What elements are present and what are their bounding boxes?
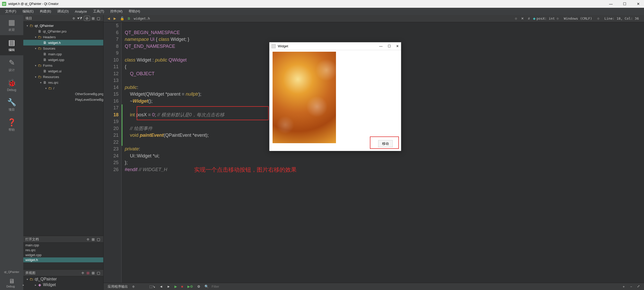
grid-icon: ▦	[0, 18, 23, 27]
project-panel-title: 项目	[25, 16, 71, 21]
pencil-icon: ✎	[0, 58, 23, 67]
mode-help[interactable]: ❓ 帮助	[0, 115, 23, 135]
output-label[interactable]: 应用程序输出	[106, 284, 130, 289]
close-panel-icon[interactable]: ▢	[96, 237, 101, 241]
menu-help[interactable]: 帮助(H)	[126, 9, 143, 14]
dropdown-icon[interactable]: ≑	[85, 237, 91, 241]
folder-icon: 🗀	[37, 63, 42, 67]
kit-selector[interactable]: qt_QPainter	[0, 268, 23, 276]
file-icon: 🗎	[37, 29, 42, 33]
code-lines[interactable]: QT_BEGIN_NAMESPACE namespace Ui { class …	[122, 22, 224, 283]
menu-file[interactable]: 文件(F)	[2, 9, 19, 14]
tree-res-qrc[interactable]: ▾🗎res.qrc	[23, 80, 103, 85]
menu-build[interactable]: 构建(B)	[37, 9, 54, 14]
popup-close[interactable]: ✕	[396, 44, 399, 48]
window-controls: — ☐ ✕	[607, 2, 642, 6]
tree-widget-ui[interactable]: 🗎widget.ui	[23, 68, 103, 74]
opendoc-res-qrc[interactable]: res.qrc	[23, 248, 103, 253]
split-icon[interactable]: ⊞	[91, 237, 96, 241]
help-icon: ❓	[0, 118, 23, 127]
dropdown-icon[interactable]: ≑	[71, 16, 76, 20]
tree-icon[interactable]: ⊞	[85, 271, 91, 275]
tree-main-cpp[interactable]: 🗎main.cpp	[23, 51, 103, 57]
expand-icon[interactable]: ⤢	[635, 284, 642, 289]
mode-welcome[interactable]: ▦ 欢迎	[0, 15, 23, 35]
tree-widget-h[interactable]: 🗎widget.h	[23, 40, 103, 45]
menu-debug[interactable]: 调试(D)	[54, 9, 72, 14]
menu-tools[interactable]: 工具(T)	[90, 9, 107, 14]
rerun-icon[interactable]: ▶⚙	[185, 285, 195, 288]
next-icon[interactable]: ►	[165, 285, 172, 288]
project-tree[interactable]: ▾🗀qt_QPainter 🗎qt_QPainter.pro ▾🗀Headers…	[23, 22, 103, 236]
opendoc-widget-cpp[interactable]: widget.cpp	[23, 253, 103, 257]
run-config[interactable]: 🖥 Debug ▸	[0, 276, 23, 290]
nav-fwd-icon[interactable]: ►	[112, 16, 118, 21]
mode-projects[interactable]: 🔧 项目	[0, 95, 23, 115]
classview-title: 类视图	[25, 271, 80, 275]
nav-back-icon[interactable]: ◄	[106, 16, 112, 21]
tree-png1[interactable]: OtherSceneBg.png	[23, 91, 103, 97]
maximize-button[interactable]: ☐	[621, 2, 628, 6]
prev-icon[interactable]: ◄	[157, 285, 165, 288]
remove-icon[interactable]: －	[627, 284, 635, 289]
current-symbol[interactable]: posX: int	[537, 17, 555, 20]
tree-sources[interactable]: ▾🗀Sources	[23, 45, 103, 51]
opendoc-widget-h[interactable]: widget.h	[23, 257, 103, 262]
cpp-file-icon: 🗎	[42, 52, 47, 56]
project-panel-header: 项目 ≑ ▾⧩ ⊘ ⊞ ▢	[23, 15, 103, 22]
settings-icon[interactable]: ⚙	[195, 285, 202, 288]
filter-icon[interactable]: ▾⧩	[76, 16, 83, 20]
popup-minimize[interactable]: —	[379, 44, 383, 48]
popup-titlebar[interactable]: Widget — ☐ ✕	[269, 42, 401, 50]
monitor-icon: 🖥	[0, 278, 23, 285]
dropdown-icon[interactable]: ≑	[130, 285, 137, 288]
dropdown-icon[interactable]: ≑	[513, 17, 519, 20]
run-icon[interactable]: ▶	[172, 285, 179, 288]
tree-headers[interactable]: ▾🗀Headers	[23, 34, 103, 40]
document-icon: ▤	[0, 38, 23, 47]
opendoc-main-cpp[interactable]: main.cpp	[23, 243, 103, 248]
chevron-right-icon: ▸	[23, 284, 24, 286]
link-icon[interactable]: ⊘	[84, 16, 90, 21]
tree-forms[interactable]: ▾🗀Forms	[23, 63, 103, 68]
popup-maximize[interactable]: ☐	[388, 44, 391, 48]
split-icon[interactable]: ⊞	[91, 271, 96, 275]
tree-slash[interactable]: ▾🗀/	[23, 85, 103, 91]
step-icon[interactable]: ⬚↘	[147, 285, 157, 288]
tree-widget-cpp[interactable]: 🗎widget.cpp	[23, 57, 103, 63]
menu-edit[interactable]: 编辑(E)	[19, 9, 37, 14]
add-icon[interactable]: ＋	[620, 284, 627, 289]
stop-icon[interactable]: ■	[179, 285, 185, 288]
close-file-icon[interactable]: ✕	[519, 17, 526, 20]
mode-debug[interactable]: 🐞 Debug	[0, 75, 23, 95]
tree-pro-file[interactable]: 🗎qt_QPainter.pro	[23, 28, 103, 34]
move-button[interactable]: 移动	[378, 140, 393, 147]
mode-edit[interactable]: ▤ 编辑	[0, 35, 23, 55]
encoding-label[interactable]: Windows (CRLF)	[561, 17, 595, 20]
line-col-label[interactable]: Line: 18, Col: 36	[601, 17, 642, 20]
filter-input[interactable]	[212, 285, 264, 288]
painted-image	[273, 52, 336, 143]
ui-file-icon: 🗎	[42, 69, 47, 73]
current-file[interactable]: widget.h	[132, 17, 152, 20]
lock-icon[interactable]: 🔓	[118, 17, 126, 20]
tree-png2[interactable]: PlayLevelSceneBg.png	[23, 97, 103, 102]
mode-design[interactable]: ✎ 设计	[0, 55, 23, 75]
close-button[interactable]: ✕	[635, 2, 642, 6]
dropdown-icon[interactable]: ≑	[555, 17, 561, 20]
classview-root[interactable]: ▾🗀qt_QPainter	[23, 276, 103, 282]
dropdown-icon[interactable]: ≑	[80, 271, 85, 275]
dropdown-icon[interactable]: ≑	[595, 17, 601, 20]
classview-widget[interactable]: ▸◆Widget	[23, 282, 103, 288]
menu-widgets[interactable]: 控件(W)	[107, 9, 126, 14]
menu-analyze[interactable]: Analyze	[72, 10, 90, 13]
opendocs-header: 打开文档 ≑ ⊞ ▢	[23, 236, 103, 243]
close-panel-icon[interactable]: ▢	[96, 16, 101, 20]
folder-icon: 🗀	[37, 46, 42, 50]
minimize-button[interactable]: —	[607, 2, 615, 6]
close-panel-icon[interactable]: ▢	[96, 271, 101, 275]
bug-icon: 🐞	[0, 79, 23, 87]
tree-resources[interactable]: ▾🗀Resources	[23, 74, 103, 80]
tree-project-root[interactable]: ▾🗀qt_QPainter	[23, 23, 103, 28]
split-icon[interactable]: ⊞	[91, 16, 96, 20]
